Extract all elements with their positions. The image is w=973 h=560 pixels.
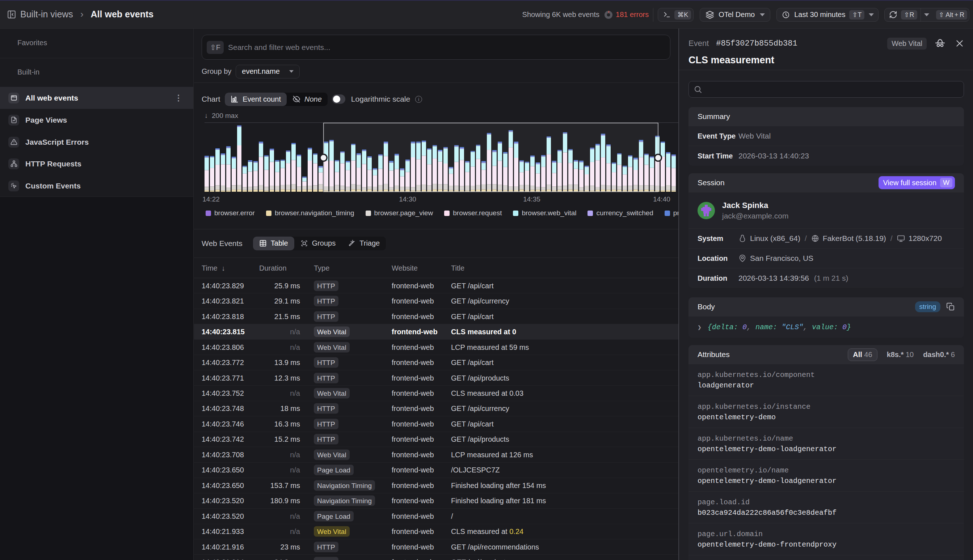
svg-text:14:35: 14:35	[523, 195, 541, 203]
svg-text:14:30: 14:30	[399, 195, 416, 203]
svg-text:↓ 200 max: ↓ 200 max	[205, 112, 238, 119]
svg-text:14:22: 14:22	[202, 195, 220, 203]
svg-text:14:40: 14:40	[653, 195, 670, 203]
